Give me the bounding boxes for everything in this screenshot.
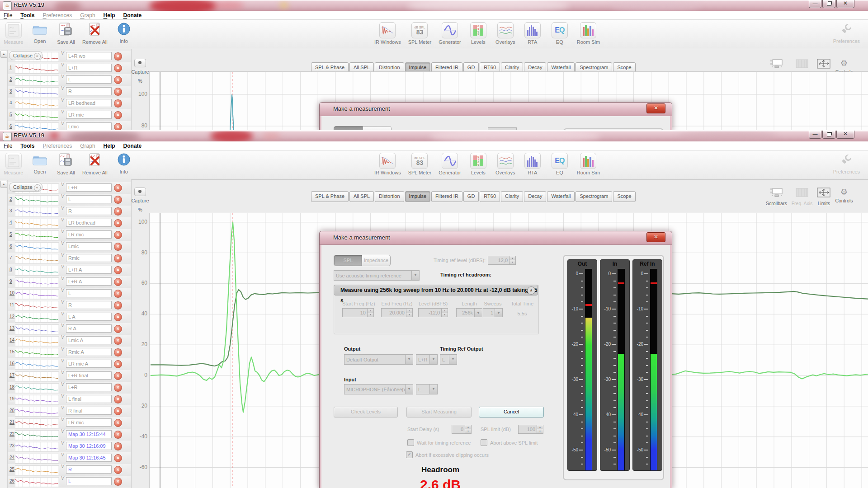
toolbar-button-levels[interactable]: 0369Levels [468,22,488,45]
delete-measurement-icon[interactable]: × [114,372,122,380]
trace-visibility-mark[interactable]: V [61,358,64,363]
toggle-spl[interactable]: SPL [334,255,362,266]
measurement-row[interactable]: 24VMap 30 12:16:45× [8,452,131,465]
measurement-row[interactable]: 6VLmic× [8,241,131,253]
cancel-button[interactable]: Cancel [479,407,544,418]
measurement-row[interactable]: 3VR× [8,86,131,98]
measurement-name-input[interactable]: L [66,289,112,297]
trace-visibility-mark[interactable]: V [61,109,64,114]
toolbar-button-generator[interactable]: Generator [439,22,461,45]
sidebar-scrollbar[interactable]: ▲ [0,180,8,488]
measurement-row[interactable]: 9VL+R A× [8,276,131,288]
trace-visibility-mark[interactable]: V [61,300,64,305]
tab-impulse[interactable]: Impulse [405,191,431,202]
measurement-row[interactable]: 5VLR mic× [8,229,131,241]
measurement-row[interactable]: 21VLR mic× [8,417,131,429]
measurement-row[interactable]: 23VMap 30 12:16:09× [8,441,131,453]
capture-icon[interactable] [134,59,146,67]
measurement-name-input[interactable]: L+R wo [66,52,112,60]
measurement-row[interactable]: 1VL+R× [8,62,131,75]
measurement-row[interactable]: 17VL+R final× [8,370,131,382]
trace-visibility-mark[interactable]: V [61,311,64,316]
measurement-name-input[interactable]: L+R A [66,266,112,274]
measurement-row[interactable]: 4VLR bedhead× [8,98,131,110]
measurement-name-input[interactable]: Lmic [66,242,112,250]
menu-item-graph[interactable]: Graph [80,143,95,149]
trace-visibility-mark[interactable]: V [61,441,64,446]
tab-distortion[interactable]: Distortion [375,191,404,202]
spinner-arrows-icon[interactable]: ▲▼ [441,309,448,317]
delete-measurement-icon[interactable]: × [114,395,122,404]
trace-visibility-mark[interactable]: V [61,217,64,222]
toolbar-button-remove-all[interactable]: Remove All [82,22,108,45]
trace-visibility-mark[interactable]: V [61,206,64,211]
delete-measurement-icon[interactable]: × [114,76,122,84]
toolbar-button-ir-windows[interactable]: IR Windows [374,22,401,45]
measurement-row[interactable]: 12VL A× [8,311,131,324]
measurement-name-input[interactable]: LR bedhead [66,219,112,227]
checkbox-box-icon[interactable] [481,439,487,446]
trace-visibility-mark[interactable]: V [61,74,64,79]
trace-visibility-mark[interactable]: V [61,253,64,258]
toolbar-button-overlays[interactable]: Overlays [495,22,515,45]
capture-icon[interactable] [134,188,146,196]
toggle-impedance[interactable]: Impedance [362,255,390,266]
trace-visibility-mark[interactable]: V [61,417,64,422]
trace-visibility-mark[interactable]: V [61,241,64,246]
measurement-row[interactable]: 16VLR mic A× [8,358,131,371]
delete-measurement-icon[interactable]: × [114,442,122,450]
trace-visibility-mark[interactable]: V [61,476,64,481]
toolbar-button-generator[interactable]: Generator [439,153,461,175]
measurement-row[interactable]: 15VRmic A× [8,347,131,359]
toolbar-button-rta[interactable]: RTA [523,22,542,45]
toolbar-button-info[interactable]: Info [114,153,134,175]
timing-reference-dropdown[interactable]: Use acoustic timing reference▼ [334,270,420,281]
measurement-row[interactable]: 19VL final× [8,394,131,406]
spinner-arrows-icon[interactable]: ▲▼ [367,309,373,317]
tab-filtered-ir[interactable]: Filtered IR [431,191,462,202]
measurement-row[interactable]: 6VLmic× [8,121,131,130]
tab-all-spl[interactable]: All SPL [349,191,374,202]
graph-button-scrollbars[interactable]: Scrollbars [766,188,787,206]
delete-measurement-icon[interactable]: × [114,123,122,130]
toolbar-button-spl-meter[interactable]: dB SPL83SPL Meter [408,22,432,45]
menu-item-file[interactable]: File [4,12,12,19]
delete-measurement-icon[interactable]: × [114,64,122,72]
measurement-name-input[interactable]: L [66,195,112,203]
delete-measurement-icon[interactable]: × [114,301,122,310]
delete-measurement-icon[interactable]: × [114,313,122,321]
measurement-name-input[interactable]: L [66,75,112,84]
measurement-name-input[interactable]: L+R [66,383,112,391]
trace-visibility-mark[interactable]: V [61,121,64,126]
measurement-name-input[interactable]: L final [66,395,112,403]
trace-visibility-mark[interactable]: V [61,464,64,469]
measurement-name-input[interactable]: Rmic A [66,348,112,356]
toolbar-button-open[interactable]: Open [30,153,50,175]
delete-measurement-icon[interactable]: × [114,360,122,368]
graph-button-controls[interactable]: ⚙Controls [835,188,853,206]
delete-measurement-icon[interactable]: × [114,254,122,263]
delete-measurement-icon[interactable]: × [114,278,122,286]
sidebar-scrollbar[interactable]: ▲ [0,50,8,130]
measurement-row[interactable]: 3VR× [8,206,131,218]
menu-item-donate[interactable]: Donate [123,143,142,149]
menu-item-file[interactable]: File [4,143,12,149]
trace-visibility-mark[interactable]: V [61,429,64,434]
trace-visibility-mark[interactable]: V [61,51,64,56]
dialog-close-button[interactable]: ✕ [646,103,665,113]
delete-measurement-icon[interactable]: × [114,111,122,119]
delete-measurement-icon[interactable]: × [114,466,122,474]
measurement-name-input[interactable]: R final [66,407,112,415]
checkbox-wait-for-timing-reference[interactable]: Wait for timing reference [407,439,471,446]
toolbar-button-save-all[interactable]: Save All [56,153,76,175]
measurement-row[interactable]: 18VL+R× [8,382,131,394]
measurement-row[interactable]: 8VL+R A× [8,264,131,277]
delete-measurement-icon[interactable]: × [114,478,122,486]
delete-measurement-icon[interactable]: × [114,290,122,298]
spinner-arrows-icon[interactable]: ▲▼ [537,425,543,433]
measurement-name-input[interactable]: Lmic [66,122,112,130]
menu-item-help[interactable]: Help [104,143,115,149]
restore-button[interactable] [822,131,835,139]
measurement-row[interactable]: 2VL× [8,194,131,206]
spinner-arrows-icon[interactable]: ▲▼ [406,309,412,317]
